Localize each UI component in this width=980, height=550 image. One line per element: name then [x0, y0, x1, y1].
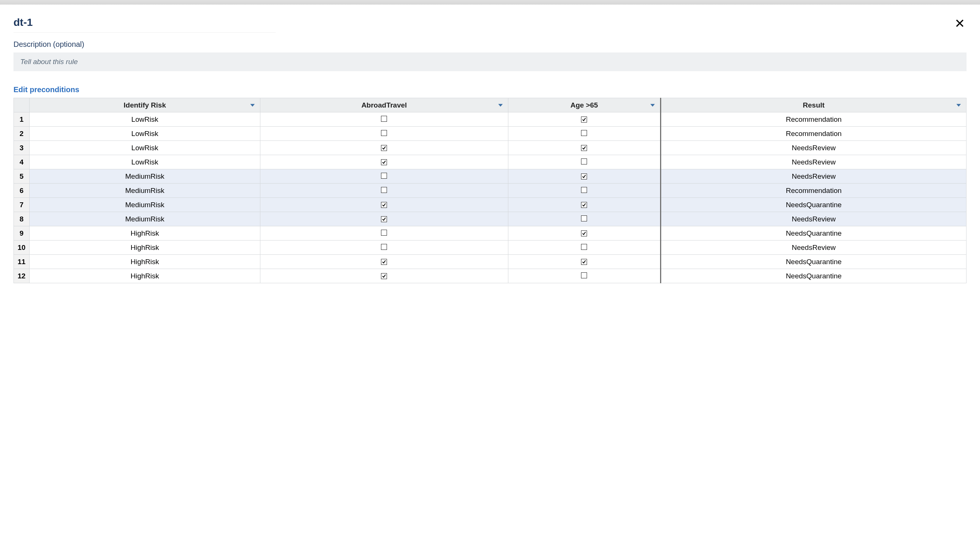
abroad-travel-checkbox[interactable] [381, 244, 387, 250]
abroad-travel-checkbox[interactable] [381, 116, 387, 122]
cell-age[interactable] [508, 212, 661, 226]
table-row[interactable]: 2LowRiskRecommendation [14, 127, 967, 141]
cell-identify-risk[interactable]: MediumRisk [30, 212, 260, 226]
cell-result[interactable]: Recommendation [661, 127, 967, 141]
cell-result[interactable]: NeedsReview [661, 155, 967, 169]
cell-abroad-travel[interactable] [260, 198, 508, 212]
table-row[interactable]: 6MediumRiskRecommendation [14, 184, 967, 198]
rule-title[interactable]: dt-1 [13, 16, 276, 33]
cell-identify-risk[interactable]: MediumRisk [30, 184, 260, 198]
table-row[interactable]: 7MediumRiskNeedsQuarantine [14, 198, 967, 212]
age-checkbox[interactable] [581, 244, 587, 250]
cell-abroad-travel[interactable] [260, 184, 508, 198]
cell-age[interactable] [508, 113, 661, 127]
edit-preconditions-link[interactable]: Edit preconditions [13, 86, 80, 94]
table-row[interactable]: 5MediumRiskNeedsReview [14, 169, 967, 184]
cell-result[interactable]: Recommendation [661, 113, 967, 127]
cell-result[interactable]: NeedsQuarantine [661, 226, 967, 240]
column-header-abroad-travel[interactable]: AbroadTravel [260, 98, 508, 113]
age-checkbox[interactable] [581, 159, 587, 164]
abroad-travel-checkbox[interactable] [381, 259, 387, 265]
cell-abroad-travel[interactable] [260, 255, 508, 269]
abroad-travel-checkbox[interactable] [381, 187, 387, 193]
table-row[interactable]: 9HighRiskNeedsQuarantine [14, 226, 967, 240]
age-checkbox[interactable] [581, 145, 587, 151]
table-row[interactable]: 10HighRiskNeedsReview [14, 240, 967, 255]
age-checkbox[interactable] [581, 130, 587, 136]
age-checkbox[interactable] [581, 116, 587, 122]
age-checkbox[interactable] [581, 259, 587, 265]
cell-identify-risk[interactable]: HighRisk [30, 255, 260, 269]
cell-identify-risk[interactable]: HighRisk [30, 226, 260, 240]
cell-result[interactable]: NeedsQuarantine [661, 198, 967, 212]
cell-age[interactable] [508, 184, 661, 198]
cell-age[interactable] [508, 269, 661, 283]
caret-down-icon[interactable] [250, 104, 255, 107]
abroad-travel-checkbox[interactable] [381, 273, 387, 279]
cell-age[interactable] [508, 169, 661, 184]
cell-identify-risk[interactable]: HighRisk [30, 269, 260, 283]
cell-abroad-travel[interactable] [260, 155, 508, 169]
abroad-travel-checkbox[interactable] [381, 230, 387, 236]
close-button[interactable] [953, 16, 967, 30]
cell-age[interactable] [508, 226, 661, 240]
cell-result[interactable]: Recommendation [661, 184, 967, 198]
abroad-travel-checkbox[interactable] [381, 145, 387, 151]
description-input[interactable] [13, 52, 967, 71]
table-row[interactable]: 3LowRiskNeedsReview [14, 141, 967, 155]
abroad-travel-checkbox[interactable] [381, 216, 387, 222]
abroad-travel-checkbox[interactable] [381, 202, 387, 208]
column-header-age[interactable]: Age >65 [508, 98, 661, 113]
abroad-travel-checkbox[interactable] [381, 130, 387, 136]
cell-age[interactable] [508, 255, 661, 269]
cell-result[interactable]: NeedsReview [661, 212, 967, 226]
cell-result[interactable]: NeedsReview [661, 240, 967, 255]
age-checkbox[interactable] [581, 173, 587, 180]
column-header-result[interactable]: Result [661, 98, 967, 113]
abroad-travel-checkbox[interactable] [381, 159, 387, 165]
cell-identify-risk[interactable]: LowRisk [30, 141, 260, 155]
table-row[interactable]: 11HighRiskNeedsQuarantine [14, 255, 967, 269]
cell-abroad-travel[interactable] [260, 212, 508, 226]
cell-result[interactable]: NeedsQuarantine [661, 255, 967, 269]
column-header-identify-risk[interactable]: Identify Risk [30, 98, 260, 113]
cell-identify-risk[interactable]: LowRisk [30, 127, 260, 141]
cell-age[interactable] [508, 127, 661, 141]
cell-abroad-travel[interactable] [260, 127, 508, 141]
cell-result[interactable]: NeedsQuarantine [661, 269, 967, 283]
cell-identify-risk[interactable]: MediumRisk [30, 169, 260, 184]
cell-result[interactable]: NeedsReview [661, 141, 967, 155]
abroad-travel-checkbox[interactable] [381, 173, 387, 179]
cell-identify-risk[interactable]: HighRisk [30, 240, 260, 255]
age-checkbox[interactable] [581, 230, 587, 237]
cell-abroad-travel[interactable] [260, 240, 508, 255]
cell-age[interactable] [508, 141, 661, 155]
table-row[interactable]: 8MediumRiskNeedsReview [14, 212, 967, 226]
cell-identify-risk[interactable]: LowRisk [30, 113, 260, 127]
cell-age[interactable] [508, 198, 661, 212]
caret-down-icon[interactable] [498, 104, 503, 107]
table-row[interactable]: 4LowRiskNeedsReview [14, 155, 967, 169]
cell-identify-risk[interactable]: MediumRisk [30, 198, 260, 212]
age-checkbox[interactable] [581, 215, 587, 221]
age-checkbox[interactable] [581, 202, 587, 208]
row-number: 5 [14, 169, 30, 184]
caret-down-icon[interactable] [956, 104, 961, 107]
table-row[interactable]: 1LowRiskRecommendation [14, 113, 967, 127]
cell-abroad-travel[interactable] [260, 141, 508, 155]
age-checkbox[interactable] [581, 272, 587, 278]
cell-abroad-travel[interactable] [260, 169, 508, 184]
cell-abroad-travel[interactable] [260, 226, 508, 240]
cell-abroad-travel[interactable] [260, 269, 508, 283]
age-checkbox[interactable] [581, 187, 587, 193]
row-number: 7 [14, 198, 30, 212]
table-row[interactable]: 12HighRiskNeedsQuarantine [14, 269, 967, 283]
cell-abroad-travel[interactable] [260, 113, 508, 127]
row-number: 1 [14, 113, 30, 127]
cell-identify-risk[interactable]: LowRisk [30, 155, 260, 169]
cell-age[interactable] [508, 240, 661, 255]
caret-down-icon[interactable] [650, 104, 655, 107]
row-number: 6 [14, 184, 30, 198]
cell-age[interactable] [508, 155, 661, 169]
cell-result[interactable]: NeedsReview [661, 169, 967, 184]
